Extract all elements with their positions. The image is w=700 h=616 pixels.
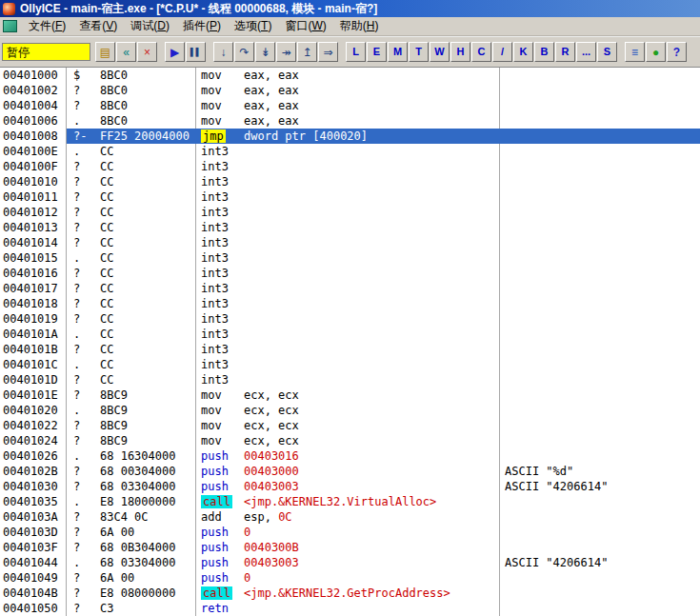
cpu-window-icon[interactable] (3, 20, 17, 32)
analysis-marker: . (73, 144, 100, 159)
disasm-row[interactable]: 00401016?CCint3 (0, 266, 700, 281)
step-over-button[interactable]: ↷ (234, 42, 254, 62)
mnemonic-text: mov (201, 388, 222, 402)
menu-item-options[interactable]: 选项(T) (228, 17, 278, 34)
disasm-row[interactable]: 0040101C.CCint3 (0, 357, 700, 372)
analysis-marker: . (73, 113, 100, 129)
disasm-row[interactable]: 00401049?6A 00push0 (0, 570, 700, 586)
disasm-row[interactable]: 0040103F?68 0B304000push0040300B (0, 540, 700, 555)
step-into-button[interactable]: ↓ (213, 42, 233, 62)
disasm-row[interactable]: 0040100F?CCint3 (0, 159, 700, 174)
analysis-marker: . (73, 494, 100, 509)
appearance-button[interactable]: ≡ (625, 42, 645, 62)
disasm-row[interactable]: 0040104B?E8 08000000call<jmp.&KERNEL32.G… (0, 586, 700, 601)
analysis-marker: ? (73, 540, 100, 555)
disasm-row[interactable]: 0040101A.CCint3 (0, 327, 700, 342)
source-window-button-label: S (604, 47, 610, 57)
menu-item-debug[interactable]: 调试(D) (124, 17, 176, 34)
disasm-row[interactable]: 0040102B?68 00304000push00403000ASCII "%… (0, 464, 700, 479)
trace-into-button[interactable]: ↡ (255, 42, 275, 62)
disasm-row[interactable]: 00401030?68 03304000push00403003ASCII "4… (0, 479, 700, 494)
disasm-row[interactable]: 00401010?CCint3 (0, 174, 700, 189)
mnemonic-text: int3 (201, 267, 229, 280)
memory-map-button[interactable]: M (388, 42, 408, 62)
go-to-address-button[interactable]: ⇒ (318, 42, 338, 62)
machine-bytes: E8 18000000 (100, 495, 175, 508)
list-lines-icon: ≡ (631, 47, 638, 58)
instruction-cell: moveax, eax (196, 113, 500, 129)
till-return-icon: ↥ (302, 47, 311, 58)
disasm-row[interactable]: 00401006.8BC0moveax, eax (0, 113, 700, 129)
instruction-cell: int3 (196, 174, 500, 189)
disassembly-pane[interactable]: 00401000$8BC0moveax, eax00401002?8BC0mov… (0, 67, 700, 616)
breakpoints-window-button[interactable]: B (534, 42, 554, 62)
call-stack-button[interactable]: K (513, 42, 533, 62)
disasm-row[interactable]: 00401044.68 03304000push00403003ASCII "4… (0, 555, 700, 570)
disasm-row[interactable]: 00401008?-FF25 20004000jmpdword ptr [400… (0, 129, 700, 144)
machine-bytes: CC (100, 236, 113, 249)
comment-cell (500, 220, 700, 235)
disasm-row[interactable]: 00401011?CCint3 (0, 189, 700, 205)
disasm-row[interactable]: 00401014?CCint3 (0, 235, 700, 250)
machine-bytes: FF25 20004000 (100, 129, 190, 143)
folder-open-icon: ▤ (100, 47, 110, 58)
disasm-row[interactable]: 0040103D?6A 00push0 (0, 525, 700, 540)
disasm-row[interactable]: 00401000$8BC0moveax, eax (0, 68, 700, 83)
address-cell: 0040100F (0, 159, 67, 174)
address-cell: 00401044 (0, 555, 67, 570)
menu-item-file[interactable]: 文件(F) (22, 17, 72, 34)
disasm-row[interactable]: 00401019?CCint3 (0, 311, 700, 327)
mnemonic-text: push (201, 556, 229, 569)
comment-cell: ASCII "%d" (500, 464, 700, 479)
open-file-button[interactable]: ▤ (95, 42, 115, 62)
patches-window-button[interactable]: / (492, 42, 512, 62)
disasm-row[interactable]: 00401035.E8 18000000call<jmp.&KERNEL32.V… (0, 494, 700, 509)
log-window-button[interactable]: L (346, 42, 366, 62)
executables-window-button[interactable]: E (367, 42, 387, 62)
disasm-row[interactable]: 00401018?CCint3 (0, 296, 700, 311)
disasm-row[interactable]: 0040101D?CCint3 (0, 372, 700, 387)
address-cell: 00401026 (0, 448, 67, 464)
analysis-marker: ? (73, 433, 100, 448)
disasm-row[interactable]: 00401004?8BC0moveax, eax (0, 98, 700, 113)
disasm-row[interactable]: 00401012?CCint3 (0, 205, 700, 220)
trace-over-button[interactable]: ↠ (276, 42, 296, 62)
cpu-window-button[interactable]: C (471, 42, 491, 62)
disasm-row[interactable]: 00401050?C3retn (0, 601, 700, 616)
run-trace-button[interactable]: ... (576, 42, 596, 62)
references-window-button[interactable]: R (555, 42, 575, 62)
pause-button[interactable]: ▌▌ (186, 42, 206, 62)
disasm-row[interactable]: 0040103A?83C4 0Caddesp, 0C (0, 509, 700, 525)
disasm-row[interactable]: 0040101E?8BC9movecx, ecx (0, 387, 700, 403)
windows-list-button[interactable]: W (430, 42, 450, 62)
source-window-button[interactable]: S (597, 42, 617, 62)
menu-item-plugins[interactable]: 插件(P) (176, 17, 228, 34)
threads-window-button[interactable]: T (409, 42, 429, 62)
menu-item-help[interactable]: 帮助(H) (333, 17, 386, 34)
execute-till-return-button[interactable]: ↥ (297, 42, 317, 62)
disasm-row[interactable]: 00401026.68 16304000push00403016 (0, 448, 700, 464)
disasm-row[interactable]: 00401002?8BC0moveax, eax (0, 83, 700, 98)
disasm-row[interactable]: 00401020.8BC9movecx, ecx (0, 403, 700, 418)
instruction-cell: jmpdword ptr [400020] (196, 129, 500, 144)
disasm-row[interactable]: 0040101B?CCint3 (0, 342, 700, 357)
mnemonic: mov (201, 433, 244, 448)
mnemonic: int3 (201, 372, 244, 387)
disasm-row[interactable]: 0040100E.CCint3 (0, 144, 700, 159)
disasm-row[interactable]: 00401015.CCint3 (0, 250, 700, 266)
run-button[interactable]: ▶ (165, 42, 185, 62)
handles-window-button[interactable]: H (450, 42, 470, 62)
close-program-button[interactable]: × (137, 42, 157, 62)
disasm-row[interactable]: 00401022?8BC9movecx, ecx (0, 418, 700, 433)
restart-button[interactable]: « (116, 42, 136, 62)
comment-cell (500, 296, 700, 311)
menu-item-window[interactable]: 窗口(W) (278, 17, 332, 34)
operand: 0 (244, 526, 250, 539)
help-button[interactable]: ? (667, 42, 687, 62)
disasm-row[interactable]: 00401017?CCint3 (0, 281, 700, 296)
disasm-row[interactable]: 00401013?CCint3 (0, 220, 700, 235)
options-button[interactable]: ● (646, 42, 666, 62)
menu-item-view[interactable]: 查看(V) (72, 17, 124, 34)
disasm-row[interactable]: 00401024?8BC9movecx, ecx (0, 433, 700, 448)
comment-cell (500, 281, 700, 296)
